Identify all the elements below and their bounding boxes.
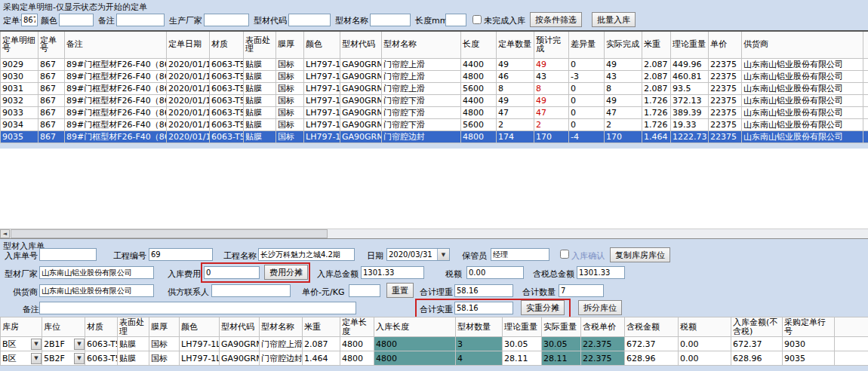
horizontal-scrollbar[interactable]: ◄ — [0, 228, 868, 238]
dropdown-icon[interactable]: ▼ — [31, 339, 42, 350]
profile-code-input[interactable] — [288, 14, 331, 26]
cell: 山东南山铝业股份有限公司 — [742, 94, 863, 106]
total-amount-input[interactable] — [361, 266, 424, 279]
table-row[interactable]: 903386789#门框型材F26-F40（866+867）2020/01/13… — [1, 106, 868, 118]
column-header[interactable]: 定单数量 — [497, 31, 534, 58]
unit-price-input[interactable] — [349, 284, 380, 297]
date-picker[interactable]: 2020/03/31 ▼ — [386, 248, 450, 261]
table-row[interactable]: 903286789#门框型材F26-F40（866+867）2020/01/13… — [1, 94, 868, 106]
cell: 0.00 — [679, 337, 731, 351]
combo-cell[interactable]: B区▼ — [1, 351, 42, 366]
length-input[interactable] — [445, 14, 466, 26]
filter-by-condition-button[interactable]: 按条件筛选 — [530, 12, 582, 27]
column-header[interactable]: 型材名称 — [382, 31, 461, 58]
unfinished-checkbox[interactable] — [472, 15, 482, 24]
combo-cell[interactable]: 2B1F▼ — [42, 337, 85, 351]
project-no-input[interactable] — [149, 248, 213, 261]
supplier-input[interactable] — [39, 284, 154, 297]
column-header[interactable]: 米重 — [642, 31, 671, 58]
scroll-left-icon[interactable]: ◄ — [0, 229, 10, 238]
column-header[interactable]: 库房 — [1, 317, 42, 337]
keeper-input[interactable] — [491, 248, 549, 261]
remark-filter-input[interactable] — [116, 14, 165, 26]
dropdown-icon[interactable]: ▼ — [31, 353, 42, 364]
column-header[interactable]: 理论重量 — [671, 31, 709, 58]
column-header[interactable]: 型材代码 — [220, 317, 260, 337]
combo-value: 5B2F — [44, 354, 65, 363]
remark-input[interactable] — [39, 302, 356, 314]
combo-cell[interactable]: B区▼ — [1, 337, 42, 351]
tax-input[interactable] — [466, 266, 524, 279]
batch-entry-button[interactable]: 批量入库 — [592, 12, 636, 27]
table-row[interactable]: B区▼2B1F▼6063-T5贴膜国标LH797-1LL0GA90GRM03门帘… — [1, 337, 868, 351]
cell: 6063-T5 — [210, 118, 244, 130]
column-header[interactable]: 定单长度 — [340, 317, 374, 337]
fee-share-button[interactable]: 费用分摊 — [264, 265, 308, 280]
column-header[interactable]: 库位 — [42, 317, 85, 337]
calendar-dropdown-icon[interactable]: ▼ — [437, 249, 449, 260]
column-header[interactable]: 定单明细号 — [1, 31, 38, 58]
column-header[interactable]: 定单号 — [38, 31, 65, 58]
theory-weight-input[interactable] — [454, 284, 513, 297]
order-no-input[interactable] — [21, 14, 38, 26]
cell: 22.375 — [581, 351, 625, 366]
combo-cell[interactable]: 5B2F▼ — [42, 351, 85, 366]
dropdown-icon[interactable]: ▼ — [74, 339, 85, 350]
column-header[interactable]: 预计完成 — [534, 31, 569, 58]
column-header[interactable]: 型材数量 — [456, 317, 503, 337]
column-header[interactable]: 实际重量 — [542, 317, 581, 337]
column-header[interactable]: 差异量 — [569, 31, 605, 58]
column-header[interactable]: 定单日期 — [167, 31, 210, 58]
column-header[interactable]: 长度 — [461, 31, 497, 58]
copy-location-button[interactable]: 复制库房库位 — [610, 247, 670, 262]
column-header[interactable]: 税额 — [679, 317, 731, 337]
column-header[interactable]: 型材代码 — [340, 31, 382, 58]
table-row[interactable]: 903486789#门框型材F26-F40（866+867）2020/01/13… — [1, 118, 868, 130]
split-location-button[interactable]: 拆分库位 — [578, 300, 622, 315]
column-header[interactable]: 含税单价 — [581, 317, 625, 337]
total-qty-input[interactable] — [559, 284, 604, 297]
cell: 1.726 — [642, 94, 671, 106]
table-row[interactable]: B区▼5B2F▼6063-T5贴膜国标LH797-1LL0GA90GRM05门帘… — [1, 351, 868, 366]
table-row[interactable]: 903186789#门框型材F26-F40（866+867）2020/01/13… — [1, 82, 868, 94]
column-header[interactable]: 型材名称 — [260, 317, 303, 337]
column-header[interactable]: 入库金额(不含税) — [731, 317, 783, 337]
table-row[interactable]: 902986789#门框型材F26-F40（866+867）2020/01/13… — [1, 58, 868, 70]
column-header[interactable]: 米重 — [303, 317, 340, 337]
scrollbar-thumb[interactable] — [11, 229, 328, 238]
column-header[interactable]: 材质 — [85, 317, 118, 337]
actual-weight-share-button[interactable]: 实重分摊 — [521, 300, 565, 315]
column-header[interactable]: 材质 — [210, 31, 244, 58]
column-header[interactable]: 膜厚 — [149, 317, 180, 337]
column-header[interactable]: 含税金额 — [625, 317, 679, 337]
contact-input[interactable] — [211, 284, 291, 297]
column-header[interactable]: 采购定单行号 — [783, 317, 835, 337]
column-header[interactable]: 供货商 — [742, 31, 863, 58]
profile-name-input[interactable] — [370, 14, 411, 26]
column-header[interactable]: 颜色 — [180, 317, 220, 337]
fee-input[interactable] — [204, 266, 260, 279]
tax-total-input[interactable] — [577, 266, 625, 279]
manufacturer-input[interactable] — [204, 14, 249, 26]
column-header[interactable]: 实际完成 — [605, 31, 642, 58]
cell: 6063-T5 — [210, 58, 244, 70]
table-row[interactable]: 903586789#门框型材F26-F40（866+867）2020/01/13… — [1, 130, 868, 143]
color-filter-input[interactable] — [59, 14, 94, 26]
project-name-input[interactable] — [258, 248, 355, 261]
column-header[interactable]: 膜厚 — [276, 31, 304, 58]
table-row[interactable]: 903086789#门框型材F26-F40（866+867）2020/01/13… — [1, 70, 868, 82]
column-header[interactable]: 理论重量 — [503, 317, 542, 337]
column-header[interactable]: 颜色 — [304, 31, 340, 58]
factory-input[interactable] — [39, 266, 154, 279]
column-header[interactable]: 表面处理 — [244, 31, 276, 58]
cell: 43 — [605, 70, 642, 82]
column-header[interactable]: 表面处理 — [118, 317, 149, 337]
entry-no-input[interactable] — [39, 248, 97, 261]
column-header[interactable]: 入库长度 — [374, 317, 456, 337]
reset-button[interactable]: 重置 — [386, 283, 414, 298]
column-header[interactable]: 备注 — [65, 31, 167, 58]
actual-weight-input[interactable] — [454, 302, 513, 314]
column-header[interactable]: 单价 — [709, 31, 742, 58]
dropdown-icon[interactable]: ▼ — [74, 353, 85, 364]
entry-confirm-checkbox[interactable] — [560, 250, 569, 259]
